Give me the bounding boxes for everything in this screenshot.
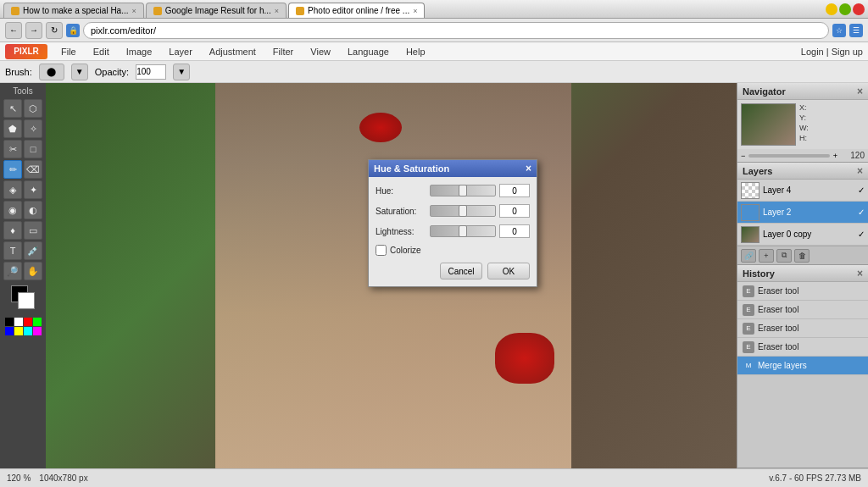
menu-filter[interactable]: Filter	[270, 45, 297, 58]
history-item-5[interactable]: M Merge layers	[737, 357, 868, 375]
url-input[interactable]	[83, 22, 829, 39]
close-button[interactable]	[853, 3, 865, 15]
tool-select[interactable]: ⬡	[24, 99, 42, 118]
hue-slider[interactable]	[430, 185, 496, 196]
menu-image[interactable]: Image	[123, 45, 156, 58]
layer-item-4[interactable]: Layer 4 ✓	[737, 180, 868, 202]
tool-eyedrop[interactable]: 💉	[24, 241, 42, 260]
ok-button[interactable]: OK	[487, 263, 530, 279]
swatch-white[interactable]	[14, 318, 23, 326]
tool-lasso[interactable]: ⬟	[3, 119, 22, 138]
maximize-button[interactable]	[839, 3, 851, 15]
layers-close[interactable]: ×	[857, 165, 863, 177]
layer-duplicate-button[interactable]: ⧉	[776, 249, 792, 263]
tool-slice[interactable]: □	[24, 140, 42, 158]
tool-text[interactable]: T	[3, 241, 22, 260]
menu-icon[interactable]: ☰	[849, 24, 863, 37]
swatch-red[interactable]	[24, 318, 32, 326]
tool-brush[interactable]: ✏	[3, 160, 22, 179]
history-item-1[interactable]: E Eraser tool	[737, 282, 868, 301]
layer-delete-button[interactable]: 🗑	[794, 249, 810, 263]
dialog-close-button[interactable]: ×	[526, 163, 531, 174]
saturation-input[interactable]	[499, 204, 530, 218]
menu-view[interactable]: View	[307, 45, 334, 58]
layer-4-visibility[interactable]: ✓	[858, 185, 865, 195]
tool-hand[interactable]: ✋	[24, 262, 42, 280]
swatch-yellow[interactable]	[14, 327, 23, 335]
swatch-green[interactable]	[33, 318, 42, 326]
color-box[interactable]	[11, 285, 35, 309]
history-item-2[interactable]: E Eraser tool	[737, 301, 868, 319]
menu-file[interactable]: File	[58, 45, 80, 58]
tool-blur[interactable]: ◉	[3, 201, 22, 219]
layers-header[interactable]: Layers ×	[737, 163, 868, 180]
tool-pen[interactable]: ♦	[3, 221, 22, 240]
tab-close-1[interactable]: ×	[132, 7, 136, 15]
right-panel: Navigator × X: Y: W: H: − + 120	[737, 83, 868, 468]
auth-links[interactable]: Login | Sign up	[801, 47, 863, 57]
zoom-in-icon[interactable]: +	[833, 152, 837, 160]
canvas-area[interactable]: Hue & Saturation × Hue: Saturation:	[46, 83, 737, 468]
zoom-out-icon[interactable]: −	[741, 152, 745, 160]
browser-tab-1[interactable]: How to make a special Ha... ×	[3, 3, 144, 18]
zoom-bar: − + 120	[737, 149, 868, 162]
brush-size-picker[interactable]: ⬤	[39, 64, 64, 80]
refresh-button[interactable]: ↻	[46, 22, 63, 39]
opacity-stepper[interactable]: ▼	[173, 64, 190, 80]
layers-toolbar: 🔗 + ⧉ 🗑	[737, 246, 868, 264]
history-label-5: Merge layers	[758, 361, 807, 370]
zoom-slider[interactable]	[748, 154, 829, 158]
tool-move[interactable]: ↖	[3, 99, 22, 118]
tool-heal[interactable]: ✦	[24, 180, 42, 199]
bookmark-icon[interactable]: ☆	[832, 24, 846, 37]
swatch-blue[interactable]	[5, 327, 14, 335]
swatch-magenta[interactable]	[33, 327, 42, 335]
opacity-input[interactable]	[136, 64, 166, 80]
layer-link-button[interactable]: 🔗	[741, 249, 756, 263]
tool-magic-wand[interactable]: ✧	[24, 119, 42, 138]
lightness-slider[interactable]	[430, 225, 496, 237]
tool-zoom[interactable]: 🔎	[3, 262, 22, 280]
navigator-coords: X: Y: W: H:	[799, 103, 809, 146]
layer-0copy-visibility[interactable]: ✓	[858, 230, 865, 239]
w-label: W:	[799, 124, 809, 132]
history-header[interactable]: History ×	[737, 265, 868, 282]
history-item-3[interactable]: E Eraser tool	[737, 319, 868, 338]
title-bar: How to make a special Ha... × Google Ima…	[0, 0, 868, 19]
tool-eraser[interactable]: ⌫	[24, 160, 42, 179]
tool-crop[interactable]: ✂	[3, 140, 22, 158]
hue-input[interactable]	[499, 184, 530, 197]
lightness-input[interactable]	[499, 224, 530, 238]
layer-item-2[interactable]: Layer 2 ✓	[737, 202, 868, 224]
navigator-close[interactable]: ×	[857, 86, 863, 97]
tool-dodge[interactable]: ◐	[24, 201, 42, 219]
layer-2-visibility[interactable]: ✓	[858, 208, 865, 217]
background-color[interactable]	[18, 292, 35, 309]
brush-options[interactable]: ▼	[71, 64, 88, 80]
browser-tab-3[interactable]: Photo editor online / free ... ×	[288, 3, 425, 18]
menu-adjustment[interactable]: Adjustment	[206, 45, 259, 58]
menu-language[interactable]: Language	[344, 45, 392, 58]
layer-add-button[interactable]: +	[759, 249, 774, 263]
tool-clone[interactable]: ◈	[3, 180, 22, 199]
tab-close-3[interactable]: ×	[413, 7, 417, 15]
swatch-black[interactable]	[5, 318, 14, 326]
colorize-checkbox[interactable]	[376, 245, 387, 256]
menu-help[interactable]: Help	[403, 45, 429, 58]
cancel-button[interactable]: Cancel	[440, 263, 482, 279]
swatch-cyan[interactable]	[24, 327, 32, 335]
history-item-4[interactable]: E Eraser tool	[737, 338, 868, 357]
tab-close-2[interactable]: ×	[275, 7, 279, 15]
history-close[interactable]: ×	[857, 268, 863, 279]
back-button[interactable]: ←	[5, 22, 22, 39]
navigator-header[interactable]: Navigator ×	[737, 83, 868, 100]
tool-shape[interactable]: ▭	[24, 221, 42, 240]
menu-layer[interactable]: Layer	[165, 45, 196, 58]
menu-edit[interactable]: Edit	[90, 45, 113, 58]
browser-tab-2[interactable]: Google Image Result for h... ×	[146, 3, 287, 18]
saturation-slider[interactable]	[430, 205, 496, 217]
dialog-body: Hue: Saturation: Lightness:	[369, 177, 537, 286]
layer-item-0copy[interactable]: Layer 0 copy ✓	[737, 224, 868, 246]
minimize-button[interactable]	[826, 3, 837, 15]
forward-button[interactable]: →	[25, 22, 42, 39]
